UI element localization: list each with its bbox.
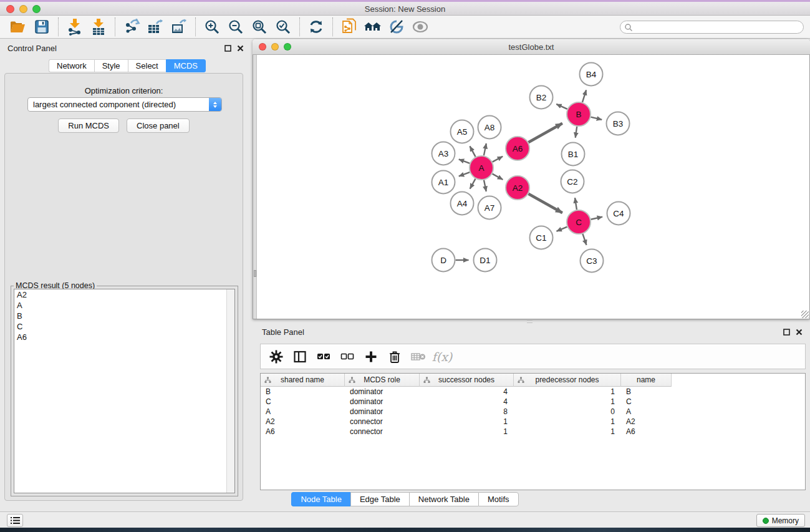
eye-icon[interactable] xyxy=(408,16,432,37)
column-browser-icon[interactable] xyxy=(289,347,311,367)
table-cell[interactable]: dominator xyxy=(345,397,420,407)
table-cell[interactable]: A2 xyxy=(621,417,672,427)
search-input[interactable] xyxy=(633,23,795,32)
close-panel-button[interactable]: Close panel xyxy=(127,118,190,133)
result-item[interactable]: B xyxy=(14,311,234,321)
table-row[interactable]: Bdominator41B xyxy=(261,387,805,397)
table-cell[interactable]: 1 xyxy=(514,427,621,437)
table-cell[interactable]: A6 xyxy=(621,427,672,437)
resize-grip-icon[interactable] xyxy=(801,311,809,318)
column-header-predecessor-nodes[interactable]: predecessor nodes xyxy=(514,374,621,387)
result-scrollbar[interactable] xyxy=(226,289,234,493)
table-cell[interactable]: 4 xyxy=(420,397,514,407)
edge-A-A1[interactable] xyxy=(459,172,470,177)
table-cell[interactable]: C xyxy=(621,397,672,407)
zoom-out-icon[interactable] xyxy=(224,16,248,37)
table-cell[interactable]: 1 xyxy=(420,427,514,437)
close-panel-icon[interactable] xyxy=(237,45,244,52)
table-cell[interactable]: 8 xyxy=(420,407,514,417)
table-row[interactable]: A2connector11A2 xyxy=(261,417,805,427)
tab-style[interactable]: Style xyxy=(94,59,128,72)
table-row[interactable]: Cdominator41C xyxy=(261,397,805,407)
criterion-select[interactable]: largest connected component (directed) xyxy=(27,97,222,112)
delete-table-icon[interactable] xyxy=(408,347,429,367)
edge-C-C4[interactable] xyxy=(591,217,603,220)
edge-B-B2[interactable] xyxy=(556,104,567,109)
search-field[interactable] xyxy=(620,21,804,34)
result-item[interactable]: A6 xyxy=(14,332,234,342)
tab-network-table[interactable]: Network Table xyxy=(409,492,478,506)
zoom-in-icon[interactable] xyxy=(200,16,224,37)
save-session-icon[interactable] xyxy=(30,16,54,37)
genemania-icon[interactable] xyxy=(385,16,408,37)
tab-node-table[interactable]: Node Table xyxy=(291,492,350,506)
houses-icon[interactable] xyxy=(361,16,385,37)
task-history-button[interactable] xyxy=(7,514,23,527)
table-cell[interactable]: A xyxy=(261,407,345,417)
export-network-icon[interactable] xyxy=(120,16,143,37)
tab-motifs[interactable]: Motifs xyxy=(478,492,519,506)
title-bar[interactable]: Session: New Session xyxy=(0,0,810,16)
edge-B-B3[interactable] xyxy=(591,117,602,120)
edge-B-B4[interactable] xyxy=(582,90,586,102)
tab-edge-table[interactable]: Edge Table xyxy=(350,492,409,506)
import-table-icon[interactable] xyxy=(87,16,110,37)
function-builder-icon[interactable]: f(x) xyxy=(432,347,453,367)
table-cell[interactable]: A2 xyxy=(261,417,345,427)
table-cell[interactable]: 4 xyxy=(420,387,514,397)
zoom-selected-icon[interactable] xyxy=(271,16,295,37)
tab-network[interactable]: Network xyxy=(49,59,94,72)
edge-A-A3[interactable] xyxy=(459,159,470,163)
table-cell[interactable]: C xyxy=(261,397,345,407)
memory-button[interactable]: Memory xyxy=(756,514,805,527)
table-cell[interactable]: 1 xyxy=(420,417,514,427)
edge-A-A8[interactable] xyxy=(484,143,486,155)
column-header-shared-name[interactable]: shared name xyxy=(261,374,345,387)
table-cell[interactable]: 1 xyxy=(514,397,621,407)
table-row[interactable]: Adominator80A xyxy=(261,407,805,417)
table-cell[interactable]: dominator xyxy=(345,407,420,417)
edge-A-A7[interactable] xyxy=(484,180,486,191)
table-cell[interactable]: 1 xyxy=(514,387,621,397)
refresh-layout-icon[interactable] xyxy=(304,16,328,37)
select-all-icon[interactable] xyxy=(313,347,334,367)
edge-A-A4[interactable] xyxy=(470,179,476,189)
result-item[interactable]: A xyxy=(14,300,234,311)
table-cell[interactable]: 0 xyxy=(514,407,621,417)
gear-icon[interactable] xyxy=(266,347,287,367)
horizontal-splitter-grip[interactable] xyxy=(527,321,533,324)
open-file-icon[interactable] xyxy=(6,16,30,37)
left-splitter[interactable] xyxy=(253,55,257,319)
edge-C-C2[interactable] xyxy=(575,198,577,210)
table-cell[interactable]: 1 xyxy=(514,417,621,427)
add-column-icon[interactable] xyxy=(360,347,382,367)
table-cell[interactable]: dominator xyxy=(345,387,420,397)
column-header-successor-nodes[interactable]: successor nodes xyxy=(420,374,514,387)
edge-A-A6[interactable] xyxy=(493,157,503,162)
table-cell[interactable]: A6 xyxy=(261,427,345,437)
import-network-icon[interactable] xyxy=(63,16,87,37)
table-cell[interactable]: B xyxy=(261,387,345,397)
result-item[interactable]: C xyxy=(14,321,234,332)
export-table-icon[interactable] xyxy=(143,16,167,37)
export-image-icon[interactable] xyxy=(167,16,191,37)
mcds-result-list[interactable]: A2ABCA6 xyxy=(14,289,235,493)
table-cell[interactable]: A xyxy=(621,407,672,417)
splitter-grip[interactable] xyxy=(254,270,256,277)
close-table-panel-icon[interactable] xyxy=(796,329,803,336)
table-cell[interactable]: connector xyxy=(345,417,420,427)
new-network-from-selection-icon[interactable] xyxy=(337,16,361,37)
network-canvas[interactable]: B4B2BB3A5A8A6A3B1AA1C2A2A4A7C4CC1C3DD1 xyxy=(253,55,810,319)
zoom-fit-icon[interactable] xyxy=(248,16,271,37)
edge-B-B1[interactable] xyxy=(576,127,577,138)
delete-column-icon[interactable] xyxy=(384,347,405,367)
column-header-MCDS-role[interactable]: MCDS role xyxy=(345,374,420,387)
tab-select[interactable]: Select xyxy=(128,59,166,72)
table-cell[interactable]: connector xyxy=(345,427,420,437)
result-item[interactable]: A2 xyxy=(14,289,234,300)
float-table-panel-icon[interactable] xyxy=(783,329,790,336)
edge-C-C3[interactable] xyxy=(582,234,586,245)
edge-A-A5[interactable] xyxy=(470,146,475,157)
run-mcds-button[interactable]: Run MCDS xyxy=(58,118,119,133)
tab-mcds[interactable]: MCDS xyxy=(166,59,206,72)
